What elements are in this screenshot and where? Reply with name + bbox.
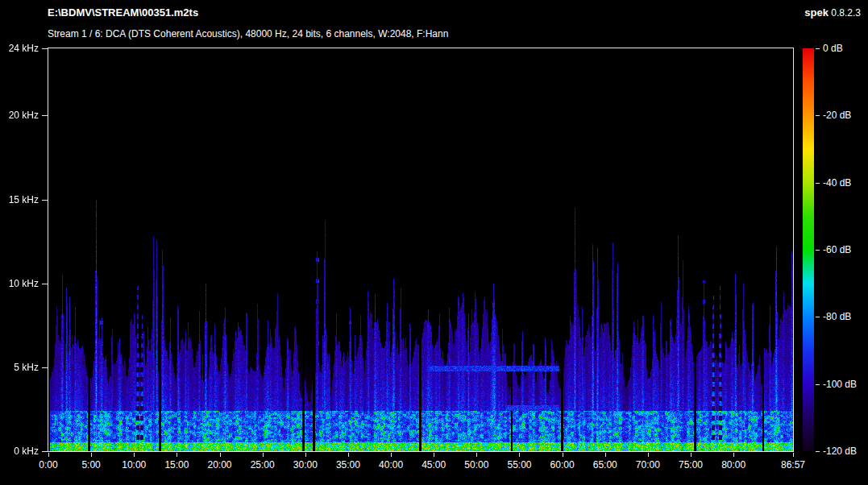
app-brand: spek 0.8.2.3 <box>804 6 861 19</box>
freq-tick-label: 5 kHz <box>0 362 39 373</box>
freq-tick-label: 20 kHz <box>0 110 39 121</box>
db-tick <box>816 250 820 251</box>
time-tick <box>793 453 794 457</box>
db-tick-label: 0 dB <box>823 43 843 54</box>
time-tick <box>48 453 49 457</box>
time-tick <box>391 453 392 457</box>
time-tick <box>605 453 606 457</box>
db-tick-label: -20 dB <box>823 110 851 121</box>
time-tick-label: 45:00 <box>413 459 455 470</box>
time-tick <box>348 453 349 457</box>
time-tick-label: 10:00 <box>113 459 155 470</box>
spek-window: E:\BDMV\STREAM\00351.m2ts spek 0.8.2.3 S… <box>0 0 868 485</box>
freq-tick-label: 10 kHz <box>0 278 39 289</box>
db-tick <box>816 183 820 184</box>
freq-tick <box>42 115 48 116</box>
time-tick <box>177 453 177 457</box>
db-tick-label: -80 dB <box>823 311 851 322</box>
db-tick <box>816 115 820 116</box>
db-tick <box>816 48 820 49</box>
time-tick-label: 65:00 <box>584 459 626 470</box>
time-tick-label: 5:00 <box>70 459 112 470</box>
time-tick <box>563 453 563 457</box>
time-tick-label: 0:00 <box>27 459 69 470</box>
time-tick <box>476 453 477 457</box>
time-tick <box>134 453 135 457</box>
freq-tick <box>42 48 48 49</box>
stream-info: Stream 1 / 6: DCA (DTS Coherent Acoustic… <box>48 28 448 40</box>
freq-tick <box>42 451 48 452</box>
time-tick-label: 40:00 <box>370 459 412 470</box>
time-tick-label: 35:00 <box>327 459 369 470</box>
time-tick-label: 70:00 <box>627 459 669 470</box>
db-tick-label: -120 dB <box>823 446 857 457</box>
db-tick-label: -100 dB <box>823 379 857 390</box>
time-tick <box>263 453 264 457</box>
freq-tick-label: 15 kHz <box>0 194 39 205</box>
file-path-title: E:\BDMV\STREAM\00351.m2ts <box>48 6 198 19</box>
time-tick <box>691 453 691 457</box>
app-name: spek <box>804 6 829 19</box>
time-tick <box>434 453 434 457</box>
time-tick-label: 80:00 <box>712 459 754 470</box>
time-tick <box>305 453 306 457</box>
db-tick <box>816 384 820 385</box>
freq-tick <box>42 200 48 201</box>
time-tick <box>733 453 734 457</box>
time-tick-label: 30:00 <box>284 459 326 470</box>
freq-tick-label: 0 kHz <box>0 446 39 457</box>
time-tick <box>519 453 520 457</box>
time-tick-label: 15:00 <box>156 459 197 470</box>
spectrogram-canvas <box>48 48 793 451</box>
time-tick-label: 75:00 <box>670 459 712 470</box>
time-tick-label: 60:00 <box>542 459 584 470</box>
db-tick-label: -60 dB <box>823 244 851 255</box>
time-tick <box>220 453 221 457</box>
time-tick-label: 50:00 <box>455 459 497 470</box>
time-tick-label: 86:57 <box>772 459 814 470</box>
time-tick <box>648 453 649 457</box>
time-tick-label: 55:00 <box>498 459 540 470</box>
freq-tick-label: 24 kHz <box>0 43 39 54</box>
db-tick <box>816 317 820 317</box>
legend-gradient-bar <box>803 48 814 451</box>
freq-tick <box>42 367 48 368</box>
db-tick <box>816 451 820 452</box>
time-tick-label: 20:00 <box>199 459 241 470</box>
app-version: 0.8.2.3 <box>831 7 861 19</box>
time-tick <box>91 453 92 457</box>
freq-tick <box>42 284 48 284</box>
db-tick-label: -40 dB <box>823 177 851 189</box>
time-tick-label: 25:00 <box>242 459 284 470</box>
spectrogram-plot-frame <box>48 48 794 452</box>
